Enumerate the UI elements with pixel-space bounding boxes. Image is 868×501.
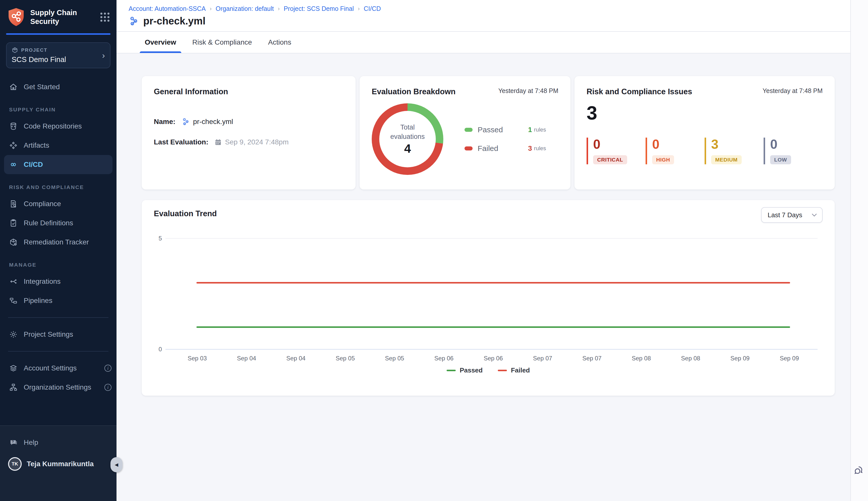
breadcrumb-separator: › [358,6,359,12]
y-axis-max-label: 5 [159,235,162,242]
nav-section-manage: MANAGE [0,262,116,268]
legend-item-passed: Passed 1 rules [464,126,558,134]
svg-text:Sep 09: Sep 09 [780,355,799,362]
calendar-icon [215,138,222,146]
evaluation-timestamp: Yesterday at 7:48 PM [498,87,558,95]
medium-count: 3 [711,138,764,151]
compliance-document-icon [9,200,18,208]
svg-text:Sep 04: Sep 04 [286,355,305,362]
sidebar-divider [8,317,108,318]
tab-risk-and-compliance[interactable]: Risk & Compliance [186,32,258,53]
account-settings-layers-icon [9,364,18,372]
project-selector-name: SCS Demo Final [12,55,102,64]
severity-medium: 3 MEDIUM [704,138,764,164]
code-repository-icon [9,122,18,130]
passed-rules-count: 1 [528,126,532,134]
medium-badge: MEDIUM [711,155,742,164]
sidebar-header: Supply Chain Security [0,0,116,33]
svg-text:Sep 03: Sep 03 [188,355,207,362]
svg-text:Sep 06: Sep 06 [484,355,503,362]
svg-text:Sep 08: Sep 08 [632,355,651,362]
app-switcher-grid-icon[interactable] [101,13,109,22]
sidebar-collapse-handle[interactable]: ◀ [111,457,123,472]
right-rail [850,0,868,501]
sidebar-item-organization-settings[interactable]: Organization Settings i [0,378,116,397]
home-icon [9,83,18,91]
sidebar-item-account-settings[interactable]: Account Settings i [0,359,116,378]
high-count: 0 [652,138,704,151]
cube-icon [12,47,18,53]
failed-line-swatch [498,370,507,371]
user-menu[interactable]: TK Teja Kummarikuntla [0,452,116,471]
severity-high: 0 HIGH [646,138,704,164]
donut-legend: Passed 1 rules Failed 3 rules [443,126,558,153]
name-label: Name: [154,118,176,126]
card-title: Evaluation Breakdown [372,87,456,96]
passed-swatch [464,128,473,132]
sidebar-item-cicd[interactable]: CI/CD [4,155,113,174]
svg-text:?: ? [12,440,14,444]
sidebar-item-project-settings[interactable]: Project Settings [0,325,116,344]
sidebar-item-code-repositories[interactable]: Code Repositories [0,117,116,136]
sidebar-item-pipelines[interactable]: Pipelines [0,291,116,310]
project-selector-label: PROJECT [21,47,48,53]
pipeline-name-value: pr-check.yml [193,118,233,126]
card-title: General Information [154,87,344,96]
svg-text:Sep 06: Sep 06 [434,355,453,362]
tab-bar: Overview Risk & Compliance Actions [116,32,850,53]
total-issues-value: 3 [587,103,823,122]
pipeline-icon [129,16,139,26]
card-title: Evaluation Trend [154,209,823,218]
chat-support-icon[interactable] [854,464,866,478]
trend-legend: Passed Failed [154,366,823,374]
critical-badge: CRITICAL [593,155,627,164]
svg-text:Sep 05: Sep 05 [336,355,355,362]
sidebar-accent-divider [6,33,111,35]
sidebar-item-integrations[interactable]: Integrations [0,272,116,291]
total-evaluations-value: 4 [404,142,411,156]
last-evaluation-value: Sep 9, 2024 7:48pm [225,138,289,146]
breadcrumb-cicd[interactable]: CI/CD [364,5,381,12]
cicd-infinity-icon [9,160,18,169]
artifacts-icon [9,141,18,150]
nav-section-risk-and-compliance: RISK AND COMPLIANCE [0,184,116,190]
evaluation-trend-chart: 5 0 Sep 03 Sep 04 Sep 04 Sep 05 Sep 05 S… [154,229,823,364]
time-range-value: Last 7 Days [767,211,802,219]
sidebar-item-compliance[interactable]: Compliance [0,194,116,213]
tab-actions[interactable]: Actions [262,32,297,53]
info-icon[interactable]: i [104,365,112,372]
sidebar-item-get-started[interactable]: Get Started [0,77,116,97]
breadcrumb-project[interactable]: Project: SCS Demo Final [284,5,354,12]
chevron-right-icon: › [102,50,105,60]
svg-text:Sep 08: Sep 08 [681,355,700,362]
evaluation-trend-card: Evaluation Trend Last 7 Days 5 0 Sep 03 [142,200,835,396]
gear-icon [9,330,18,339]
sidebar-nav: Get Started SUPPLY CHAIN Code Repositori… [0,77,116,397]
overview-content: General Information Name: pr-check.yml L… [116,53,850,501]
donut-center-label: Total [390,123,425,132]
time-range-dropdown[interactable]: Last 7 Days [761,207,823,223]
low-count: 0 [770,138,823,151]
app-window: Supply Chain Security PROJECT SCS Demo F… [0,0,868,501]
sidebar-divider [8,351,108,352]
risk-and-compliance-card: Risk and Compliance Issues Yesterday at … [574,76,835,190]
last-evaluation-label: Last Evaluation: [154,138,208,146]
sidebar-item-remediation-tracker[interactable]: Remediation Tracker [0,233,116,252]
sidebar-item-help[interactable]: ? Help [0,433,116,452]
svg-text:Sep 05: Sep 05 [385,355,404,362]
sidebar-item-artifacts[interactable]: Artifacts [0,136,116,155]
integrations-icon [9,277,18,286]
project-selector[interactable]: PROJECT SCS Demo Final › [6,42,111,68]
legend-item-failed: Failed [498,366,530,374]
sidebar: Supply Chain Security PROJECT SCS Demo F… [0,0,116,501]
passed-line-swatch [447,370,456,371]
tab-overview[interactable]: Overview [139,32,182,53]
svg-text:Sep 04: Sep 04 [237,355,256,362]
breadcrumb-separator: › [210,6,212,12]
sidebar-item-rule-definitions[interactable]: Rule Definitions [0,213,116,233]
breadcrumb-account[interactable]: Account: Automation-SSCA [129,5,206,12]
failed-rules-count: 3 [528,145,532,152]
info-icon[interactable]: i [104,384,112,391]
low-badge: LOW [770,155,791,164]
breadcrumb-organization[interactable]: Organization: default [216,5,274,12]
